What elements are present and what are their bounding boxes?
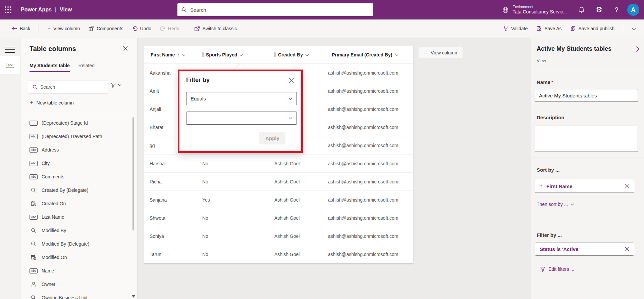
- redo-command[interactable]: Redo: [157, 24, 182, 33]
- name-label: Name*: [537, 79, 553, 85]
- validate-command[interactable]: Validate: [500, 24, 531, 33]
- sort-pill[interactable]: ↑ First Name: [535, 180, 634, 193]
- filter-by-dialog: Filter by Equals Apply: [178, 70, 303, 153]
- notifications-button[interactable]: [573, 0, 590, 19]
- columns-search[interactable]: [29, 81, 108, 93]
- avatar[interactable]: A: [627, 4, 639, 16]
- table-row[interactable]: RichaNoAshish Goelashish@ashishg.onmicro…: [144, 173, 413, 191]
- save-and-publish-icon: [571, 26, 576, 31]
- remove-sort-button[interactable]: [625, 184, 629, 188]
- arrow-up-icon: ↑: [540, 183, 542, 189]
- drag-handle-icon: [274, 52, 276, 57]
- table-row[interactable]: SanjanaYesAshish Goelashish@ashishg.onmi…: [144, 191, 413, 209]
- tab-my-students-table[interactable]: My Students table: [30, 63, 70, 72]
- column-list-item[interactable]: Created By (Delegate): [20, 183, 132, 197]
- panel-divider: [531, 223, 644, 223]
- table-row[interactable]: SoniyaNoAshish Goelashish@ashishg.onmicr…: [144, 227, 413, 245]
- cell-first-name: Richa: [144, 179, 200, 184]
- columns-search-input[interactable]: [40, 84, 104, 90]
- column-header-primary-email[interactable]: Primary Email (Created By): [325, 52, 413, 57]
- lookup-icon: [30, 241, 38, 247]
- columns-filter-button[interactable]: [110, 82, 121, 88]
- undo-command[interactable]: Undo: [129, 24, 154, 33]
- dialog-close-button[interactable]: [287, 77, 295, 84]
- settings-button[interactable]: ⚙: [590, 0, 608, 19]
- save-and-publish-command[interactable]: Save and publish: [568, 24, 618, 33]
- filter-pill[interactable]: Status is 'Active': [535, 243, 634, 256]
- panel-expand-button[interactable]: [636, 46, 639, 52]
- table-row[interactable]: TarunNoAshish Goelashish@ashishg.onmicro…: [144, 245, 413, 263]
- plus-icon: +: [30, 100, 33, 106]
- new-table-column-button[interactable]: + New table column: [30, 100, 74, 106]
- waffle-menu-button[interactable]: [0, 0, 16, 19]
- components-icon: [89, 26, 94, 31]
- column-label: Address: [42, 147, 59, 153]
- lookup-icon: [30, 228, 38, 233]
- add-view-column-button[interactable]: + View column: [419, 47, 463, 58]
- edit-filters-link[interactable]: Edit filters ...: [540, 266, 574, 272]
- then-sort-by-link[interactable]: Then sort by ...: [537, 202, 574, 207]
- plus-icon: +: [47, 26, 51, 32]
- back-button[interactable]: Back: [9, 24, 33, 33]
- topbar-search-input[interactable]: [190, 7, 369, 13]
- column-list-item[interactable]: AbcName: [20, 264, 132, 277]
- panel-scrollbar[interactable]: [132, 117, 134, 230]
- main-area: Abc Table columns My Students table Rela…: [0, 38, 644, 299]
- column-list-item[interactable]: Owner: [20, 277, 132, 291]
- table-row[interactable]: HarshaNoAshish Goelashish@ashishg.onmicr…: [144, 155, 413, 173]
- cell-created-by: Ashish Goel: [272, 161, 325, 166]
- tab-related[interactable]: Related: [78, 63, 95, 72]
- text-icon: Abc: [30, 161, 38, 166]
- rail-item-table-columns[interactable]: Abc: [0, 56, 20, 74]
- column-list-item[interactable]: AbcCity: [20, 157, 132, 170]
- switch-to-classic-command[interactable]: Switch to classic: [191, 24, 240, 33]
- plus-icon: +: [424, 50, 428, 56]
- column-list-item[interactable]: Created On: [20, 197, 132, 210]
- cell-first-name: Soniya: [144, 233, 200, 239]
- apply-button[interactable]: Apply: [259, 132, 285, 144]
- column-list-item[interactable]: Owning Business Unit: [20, 291, 132, 299]
- column-header-sports-played[interactable]: Sports Played: [200, 52, 272, 57]
- panel-close-button[interactable]: [123, 46, 128, 51]
- view-title: Active My Students tables: [537, 45, 627, 52]
- chevron-down-icon: [182, 54, 185, 56]
- help-button[interactable]: ?: [608, 0, 625, 19]
- column-list-item[interactable]: AbcAddress: [20, 143, 132, 157]
- save-as-command[interactable]: Save As: [533, 24, 565, 33]
- column-list-item[interactable]: AbcComments: [20, 170, 132, 183]
- name-field[interactable]: [535, 89, 638, 102]
- filter-funnel-icon: [540, 266, 546, 272]
- command-bar-divider: [623, 25, 623, 33]
- topbar-search[interactable]: [177, 3, 373, 16]
- more-commands-button[interactable]: [629, 25, 639, 32]
- cell-created-by: Ashish Goel: [272, 252, 325, 257]
- cell-primary-email: ashish@ashishg.onmicrosoft.com: [325, 88, 413, 94]
- components-command[interactable]: Components: [86, 24, 126, 33]
- cell-created-by: Ashish Goel: [272, 233, 325, 239]
- title-separator: |: [55, 7, 56, 13]
- remove-filter-button[interactable]: [625, 247, 629, 251]
- environment-picker[interactable]: Environment Tata Consultancy Servic...: [496, 0, 573, 19]
- column-list-item[interactable]: --(Deprecated) Stage Id: [20, 116, 132, 130]
- column-list-item[interactable]: Modified By (Delegate): [20, 237, 132, 251]
- table-row[interactable]: ShwetaNoAshish Goelashish@ashishg.onmicr…: [144, 209, 413, 227]
- hamburger-menu-button[interactable]: [5, 45, 15, 55]
- column-list-item[interactable]: Abc(Deprecated) Traversed Path: [20, 130, 132, 143]
- cell-primary-email: ashish@ashishg.onmicrosoft.com: [325, 106, 413, 112]
- column-list-item[interactable]: Modified On: [20, 251, 132, 264]
- cell-first-name: Harsha: [144, 161, 200, 166]
- column-header-first-name[interactable]: First Name ↑: [144, 52, 200, 57]
- sort-ascending-icon: ↑: [177, 52, 179, 57]
- column-label: City: [42, 161, 50, 166]
- panel-title: Table columns: [30, 45, 76, 53]
- scrollbar-down-arrow[interactable]: [132, 295, 135, 298]
- column-label: Owner: [42, 282, 55, 287]
- sort-by-label: Sort by ...: [537, 167, 559, 173]
- column-header-created-by[interactable]: Created By: [272, 52, 325, 57]
- filter-value-dropdown[interactable]: [186, 112, 297, 125]
- view-column-command[interactable]: + View column: [44, 24, 83, 34]
- filter-operator-dropdown[interactable]: Equals: [186, 92, 297, 105]
- description-field[interactable]: [535, 126, 638, 152]
- column-list-item[interactable]: AbcLast Name: [20, 210, 132, 224]
- column-list-item[interactable]: Modified By: [20, 224, 132, 237]
